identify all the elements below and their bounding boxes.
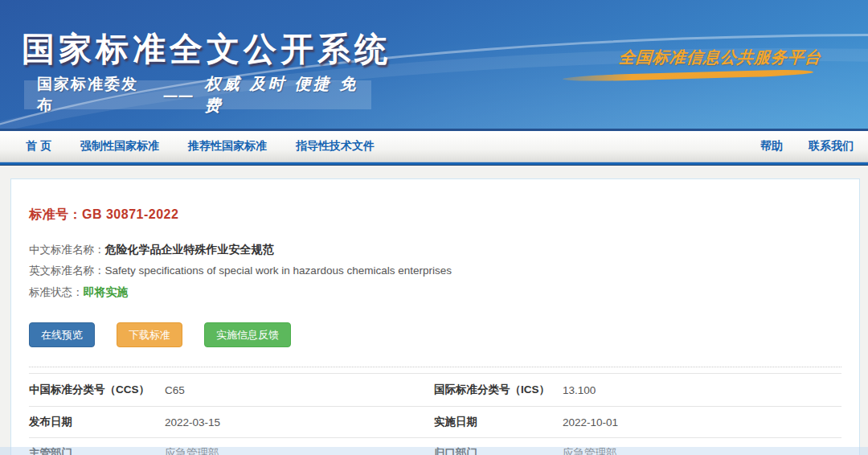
implement-date-label: 实施日期 bbox=[434, 415, 563, 429]
status-label: 标准状态： bbox=[29, 286, 84, 298]
standard-fields: 中文标准名称：危险化学品企业特殊作业安全规范 英文标准名称：Safety spe… bbox=[29, 239, 841, 303]
subtitle-dash: —— bbox=[163, 86, 194, 104]
standard-info-table: 中国标准分类号（CCS） C65 国际标准分类号（ICS） 13.100 发布日… bbox=[29, 373, 841, 455]
status-badge: 即将实施 bbox=[84, 285, 129, 298]
action-buttons: 在线预览 下载标准 实施信息反馈 bbox=[29, 322, 841, 347]
en-name-label: 英文标准名称： bbox=[29, 264, 105, 277]
site-title: 国家标准全文公开系统 bbox=[22, 27, 391, 72]
nav-right-group: 帮助 联系我们 bbox=[735, 139, 854, 154]
cn-name-line: 中文标准名称：危险化学品企业特殊作业安全规范 bbox=[29, 239, 841, 260]
en-name-value: Safety specifications of special work in… bbox=[105, 264, 452, 277]
dotted-separator bbox=[29, 367, 841, 367]
table-row: 发布日期 2022-03-15 实施日期 2022-10-01 bbox=[29, 407, 841, 438]
site-banner: 国家标准全文公开系统 国家标准委发布 —— 权威 及时 便捷 免费 全国标准信息… bbox=[0, 0, 868, 129]
cn-name-value: 危险化学品企业特殊作业安全规范 bbox=[105, 243, 274, 256]
implement-date-value: 2022-10-01 bbox=[563, 416, 841, 428]
ccs-label: 中国标准分类号（CCS） bbox=[29, 383, 165, 397]
online-preview-button[interactable]: 在线预览 bbox=[29, 322, 95, 347]
standard-number-label: 标准号： bbox=[29, 207, 82, 221]
next-row-tint-strip bbox=[0, 447, 868, 455]
nav-item-help[interactable]: 帮助 bbox=[760, 139, 783, 154]
download-standard-button[interactable]: 下载标准 bbox=[117, 322, 182, 347]
standard-number-value: GB 30871-2022 bbox=[82, 207, 178, 221]
banner-subtitle-band: 国家标准委发布 —— 权威 及时 便捷 免费 bbox=[24, 80, 371, 109]
main-navigation: 首 页 强制性国家标准 推荐性国家标准 指导性技术文件 帮助 联系我们 bbox=[0, 131, 868, 162]
platform-logo-text: 全国标准信息公共服务平台 bbox=[618, 47, 821, 68]
platform-underline-stroke bbox=[563, 69, 813, 83]
implementation-feedback-button[interactable]: 实施信息反馈 bbox=[204, 322, 291, 347]
subtitle-slogan: 权威 及时 便捷 免费 bbox=[205, 73, 371, 117]
cn-name-label: 中文标准名称： bbox=[29, 244, 105, 256]
ics-label: 国际标准分类号（ICS） bbox=[434, 383, 563, 397]
nav-item-guiding-documents[interactable]: 指导性技术文件 bbox=[296, 139, 375, 154]
nav-item-contact-us[interactable]: 联系我们 bbox=[809, 139, 854, 154]
publish-date-value: 2022-03-15 bbox=[165, 416, 434, 428]
nav-item-home[interactable]: 首 页 bbox=[26, 139, 51, 154]
nav-item-recommended-standards[interactable]: 推荐性国家标准 bbox=[188, 139, 267, 154]
publish-date-label: 发布日期 bbox=[29, 415, 165, 429]
status-line: 标准状态：即将实施 bbox=[29, 281, 841, 303]
ics-value: 13.100 bbox=[563, 384, 841, 396]
page-body: 标准号：GB 30871-2022 中文标准名称：危险化学品企业特殊作业安全规范… bbox=[0, 166, 868, 455]
ccs-value: C65 bbox=[165, 384, 434, 396]
subtitle-publisher: 国家标准委发布 bbox=[37, 74, 152, 116]
nav-item-mandatory-standards[interactable]: 强制性国家标准 bbox=[80, 139, 159, 154]
table-row: 中国标准分类号（CCS） C65 国际标准分类号（ICS） 13.100 bbox=[29, 374, 841, 407]
en-name-line: 英文标准名称：Safety specifications of special … bbox=[29, 260, 841, 281]
standard-number-line: 标准号：GB 30871-2022 bbox=[29, 207, 841, 223]
standard-detail-card: 标准号：GB 30871-2022 中文标准名称：危险化学品企业特殊作业安全规范… bbox=[10, 178, 860, 455]
